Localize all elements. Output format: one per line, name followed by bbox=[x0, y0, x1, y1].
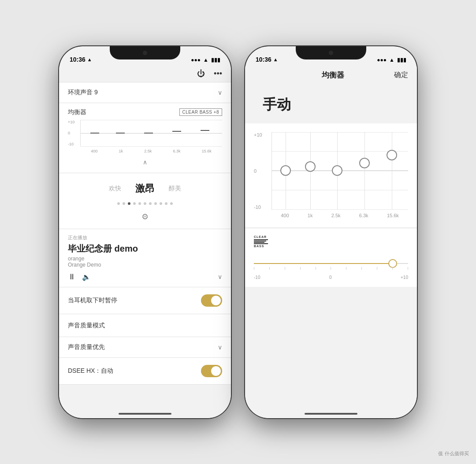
phone1-content: ⏻ ••• 环境声音 9 ∨ 均衡器 CLEAR BASS +8 +10 0 bbox=[59, 66, 231, 418]
mini-gridline-bot bbox=[81, 146, 222, 147]
full-eq-chart: +10 0 -10 bbox=[254, 132, 408, 220]
eq-handle-400[interactable] bbox=[280, 165, 291, 176]
preset-kuaile[interactable]: 欢快 bbox=[109, 185, 121, 193]
phone-1-screen: 10:36 ▲ ●●● ▲ ▮▮▮ ⏻ ••• 环境声音 9 ∨ bbox=[59, 46, 231, 418]
eq-handle-15k6[interactable] bbox=[387, 150, 397, 160]
cb-label-min: -10 bbox=[254, 275, 260, 280]
full-eq-y-bot: -10 bbox=[254, 204, 268, 210]
eq-marker-15k6 bbox=[201, 130, 209, 131]
eq-handle-2k5[interactable] bbox=[332, 165, 342, 176]
more-icon[interactable]: ••• bbox=[214, 69, 222, 78]
preset-chunmei[interactable]: 醇美 bbox=[169, 185, 181, 193]
eq-handle-6k3[interactable] bbox=[359, 158, 370, 168]
power-icon[interactable]: ⏻ bbox=[197, 69, 205, 78]
np-controls: ⏸ 🔈 ∨ bbox=[68, 272, 222, 282]
full-grid-75 bbox=[272, 190, 408, 190]
location-icon-2: ▲ bbox=[273, 57, 278, 62]
watermark-text: 什么值得买 bbox=[445, 450, 469, 457]
phone2-content: 均衡器 确定 手动 +10 0 -10 bbox=[245, 66, 417, 418]
full-eq-area bbox=[271, 132, 408, 210]
eq-header: 均衡器 CLEAR BASS +8 bbox=[68, 108, 222, 116]
gear-row: ⚙ bbox=[59, 208, 231, 225]
dot-10 bbox=[165, 202, 167, 205]
full-grid-0 bbox=[272, 132, 408, 133]
clear-bass-lines bbox=[254, 239, 268, 244]
dot-7 bbox=[149, 202, 152, 205]
full-grid-100 bbox=[272, 209, 408, 210]
cb-tick-8 bbox=[377, 267, 377, 270]
mini-eq-y-bot: -10 bbox=[68, 142, 80, 146]
clear-bass-badge[interactable]: CLEAR BASS +8 bbox=[179, 108, 222, 116]
np-label: 正在播放 bbox=[68, 234, 222, 241]
cb-header: CLEAR BASS bbox=[254, 235, 408, 248]
now-playing: 正在播放 毕业纪念册 demo orange Orange Demo ⏸ 🔈 ∨ bbox=[59, 229, 231, 287]
np-album: Orange Demo bbox=[68, 262, 222, 268]
np-left-controls: ⏸ 🔈 bbox=[68, 272, 91, 282]
clear-bass-text-bot: BASS bbox=[254, 245, 264, 248]
dsee-label: DSEE HX：自动 bbox=[68, 367, 113, 375]
dot-5 bbox=[138, 202, 141, 205]
dot-11 bbox=[170, 202, 173, 205]
headphone-toggle-knob bbox=[211, 296, 221, 305]
cb-tick-4 bbox=[316, 267, 316, 270]
p2-confirm-button[interactable]: 确定 bbox=[394, 71, 408, 80]
cb-label-zero: 0 bbox=[329, 275, 332, 280]
eq-section: 均衡器 CLEAR BASS +8 +10 0 -10 bbox=[59, 103, 231, 173]
cb-handle[interactable] bbox=[388, 259, 397, 268]
full-eq-y-top: +10 bbox=[254, 132, 268, 137]
time-1: 10:36 bbox=[70, 56, 86, 63]
eq-marker-2k5 bbox=[144, 133, 153, 134]
mini-eq-y-mid: 0 bbox=[68, 131, 80, 135]
clear-bass-section: CLEAR BASS bbox=[245, 228, 417, 287]
preset-jigang[interactable]: 激昂 bbox=[135, 182, 155, 195]
watermark-icon: 值 bbox=[438, 450, 443, 457]
full-eq-freqs: 400 1k 2.5k 6.3k 15.6k bbox=[271, 211, 408, 220]
gear-icon[interactable]: ⚙ bbox=[141, 212, 149, 222]
full-freq-400: 400 bbox=[281, 213, 289, 218]
np-chevron-icon[interactable]: ∨ bbox=[218, 273, 222, 280]
phone-1: 10:36 ▲ ●●● ▲ ▮▮▮ ⏻ ••• 环境声音 9 ∨ bbox=[59, 46, 231, 418]
sound-quality-label: 声音质量模式 bbox=[68, 322, 105, 329]
dot-3 bbox=[128, 202, 130, 205]
eq-handle-1k[interactable] bbox=[305, 161, 316, 172]
cb-labels: -10 0 +10 bbox=[254, 275, 408, 280]
preset-section: 欢快 激昂 醇美 ⚙ bbox=[59, 173, 231, 229]
p2-nav: 均衡器 确定 bbox=[245, 66, 417, 85]
eq-marker-1k bbox=[116, 133, 125, 134]
cb-tick-10 bbox=[408, 267, 408, 270]
full-freq-1k: 1k bbox=[308, 213, 313, 218]
sound-quality-priority-row[interactable]: 声音质量优先 ∨ bbox=[59, 337, 231, 358]
np-artist: orange bbox=[68, 256, 222, 262]
cb-tick-marks bbox=[254, 267, 408, 270]
eq-collapse-icon[interactable]: ∧ bbox=[143, 159, 147, 166]
cb-tick-6 bbox=[346, 267, 346, 270]
full-eq-y-labels: +10 0 -10 bbox=[254, 132, 268, 210]
cb-fill bbox=[254, 263, 393, 264]
dsee-toggle[interactable] bbox=[201, 365, 222, 377]
headphone-toggle[interactable] bbox=[201, 294, 222, 307]
cb-tick-7 bbox=[361, 267, 362, 270]
full-vline-6k3 bbox=[364, 132, 365, 209]
dot-9 bbox=[160, 202, 162, 205]
env-sound-label: 环境声音 9 bbox=[68, 89, 98, 97]
p2-nav-title: 均衡器 bbox=[271, 70, 394, 80]
cb-label-max: +10 bbox=[401, 275, 408, 280]
p2-preset-title: 手动 bbox=[245, 85, 417, 123]
mini-eq-y-top: +10 bbox=[68, 120, 80, 124]
sound-quality-priority-label: 声音质量优先 bbox=[68, 343, 105, 351]
eq-marker-6k3 bbox=[172, 131, 181, 132]
cb-line-3 bbox=[254, 242, 264, 243]
freq-15k6-mini: 15.6k bbox=[202, 149, 212, 153]
full-freq-6k3: 6.3k bbox=[359, 213, 368, 218]
volume-icon[interactable]: 🔈 bbox=[82, 273, 91, 281]
pause-icon[interactable]: ⏸ bbox=[68, 272, 76, 282]
notch-1 bbox=[110, 46, 180, 59]
freq-2k5-mini: 2.5k bbox=[144, 149, 152, 153]
clear-bass-logo: CLEAR BASS bbox=[254, 235, 268, 248]
env-sound-row[interactable]: 环境声音 9 ∨ bbox=[59, 82, 231, 103]
cb-tick-5 bbox=[331, 267, 331, 270]
camera-2 bbox=[329, 51, 333, 55]
cb-line-4 bbox=[254, 243, 268, 244]
full-vline-15k6 bbox=[392, 132, 392, 209]
wifi-icon-2: ▲ bbox=[389, 57, 394, 63]
